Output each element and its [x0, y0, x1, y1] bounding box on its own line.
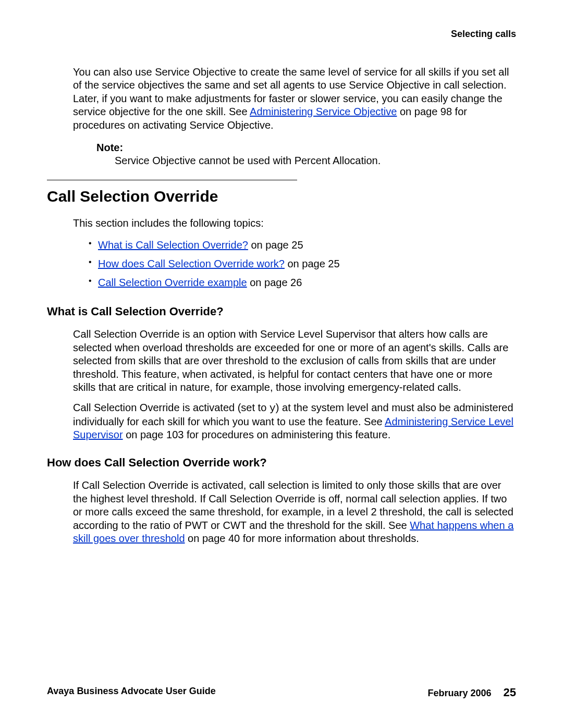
section-heading: Call Selection Override	[47, 188, 516, 205]
link-topic-1[interactable]: What is Call Selection Override?	[98, 239, 248, 251]
list-item: Call Selection Override example on page …	[89, 275, 516, 290]
topic-suffix: on page 26	[247, 277, 302, 288]
note-label: Note:	[96, 141, 516, 154]
footer-page-number: 25	[504, 686, 516, 699]
code-y: y	[270, 402, 276, 414]
sub2-p1b: on page 40 for more information about th…	[185, 533, 419, 544]
link-administering-service-objective[interactable]: Administering Service Objective	[250, 106, 397, 117]
link-topic-2[interactable]: How does Call Selection Override work?	[98, 258, 285, 269]
note-body: Service Objective cannot be used with Pe…	[115, 154, 516, 167]
sub2-paragraph-1: If Call Selection Override is activated,…	[73, 479, 516, 545]
section-divider	[47, 180, 297, 180]
intro-paragraph: You can also use Service Objective to cr…	[73, 66, 516, 132]
topic-list: What is Call Selection Override? on page…	[89, 237, 516, 290]
sub1-paragraph-2: Call Selection Override is activated (se…	[73, 401, 516, 441]
topic-suffix: on page 25	[248, 239, 303, 251]
page-header-right: Selecting calls	[47, 29, 516, 40]
sub1-p2a: Call Selection Override is activated (se…	[73, 402, 270, 413]
subheading-what-is: What is Call Selection Override?	[47, 305, 516, 318]
list-item: How does Call Selection Override work? o…	[89, 256, 516, 272]
list-item: What is Call Selection Override? on page…	[89, 237, 516, 253]
link-topic-3[interactable]: Call Selection Override example	[98, 277, 247, 288]
note-block: Note: Service Objective cannot be used w…	[96, 141, 516, 167]
sub1-paragraph-1: Call Selection Override is an option wit…	[73, 328, 516, 394]
section-intro: This section includes the following topi…	[73, 217, 516, 230]
footer-doc-title: Avaya Business Advocate User Guide	[47, 686, 216, 697]
footer-date: February 2006	[427, 688, 491, 698]
topic-suffix: on page 25	[285, 258, 340, 269]
sub1-p2c: on page 103 for procedures on administer…	[123, 429, 391, 440]
page-footer: Avaya Business Advocate User Guide Febru…	[47, 686, 516, 699]
subheading-how-work: How does Call Selection Override work?	[47, 456, 516, 470]
